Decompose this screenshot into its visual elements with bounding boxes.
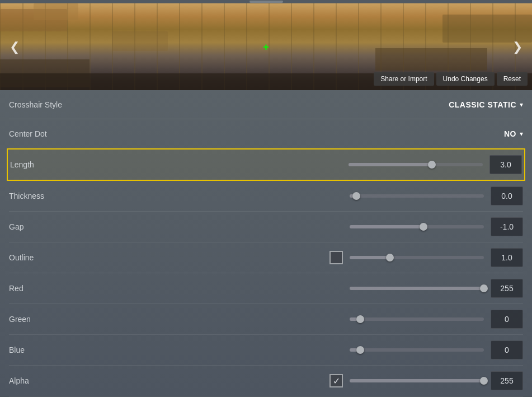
center-dot-label: Center Dot (9, 129, 87, 138)
thickness-label: Thickness (9, 192, 87, 200)
alpha-value[interactable]: 255 (491, 371, 523, 390)
blue-value[interactable]: 0 (491, 340, 523, 359)
settings-panel: Crosshair Style CLASSIC STATIC ▾ Center … (0, 90, 532, 396)
blue-slider[interactable] (350, 348, 484, 352)
center-dot-control: NO ▾ (87, 129, 523, 138)
crosshair-style-row: Crosshair Style CLASSIC STATIC ▾ (9, 90, 523, 119)
red-control: 255 (87, 279, 523, 298)
gap-label: Gap (9, 222, 87, 231)
crosshair-style-label: Crosshair Style (9, 100, 87, 109)
crosshair-style-chevron: ▾ (520, 101, 523, 109)
next-arrow[interactable]: ❯ (506, 35, 529, 59)
alpha-control: ✓ 255 (87, 371, 523, 390)
crosshair-style-control: CLASSIC STATIC ▾ (87, 100, 523, 109)
gap-slider[interactable] (350, 225, 484, 228)
green-control: 0 (87, 310, 523, 329)
center-dot-row: Center Dot NO ▾ (9, 119, 523, 148)
gap-row: Gap -1.0 (9, 212, 523, 242)
red-value[interactable]: 255 (491, 279, 523, 298)
thickness-control: 0.0 (87, 186, 523, 205)
outline-value[interactable]: 1.0 (491, 248, 523, 267)
gap-value[interactable]: -1.0 (491, 217, 523, 236)
undo-changes-button[interactable]: Undo Changes (436, 72, 495, 86)
alpha-checkbox[interactable]: ✓ (329, 374, 343, 387)
scroll-bar (249, 1, 283, 3)
green-value[interactable]: 0 (491, 310, 523, 329)
red-slider[interactable] (350, 287, 484, 290)
outline-row: Outline 1.0 (9, 242, 523, 273)
green-row: Green 0 (9, 304, 523, 335)
thickness-slider[interactable] (350, 194, 484, 198)
preview-buttons: Share or Import Undo Changes Reset (374, 72, 528, 86)
reset-button[interactable]: Reset (497, 72, 528, 86)
center-dot-value: NO (504, 129, 516, 138)
blue-control: 0 (87, 340, 523, 359)
alpha-slider[interactable] (350, 379, 484, 382)
outline-slider[interactable] (350, 256, 484, 259)
prev-arrow[interactable]: ❮ (3, 35, 26, 59)
outline-label: Outline (9, 253, 87, 262)
length-label: Length (10, 160, 88, 169)
center-dot-dropdown[interactable]: NO ▾ (504, 129, 523, 138)
length-row: Length 3.0 (7, 148, 525, 181)
crosshair-style-value: CLASSIC STATIC (449, 100, 516, 109)
alpha-checkmark: ✓ (333, 376, 340, 386)
share-import-button[interactable]: Share or Import (374, 72, 434, 86)
thickness-row: Thickness 0.0 (9, 181, 523, 212)
length-value[interactable]: 3.0 (489, 155, 522, 174)
alpha-row: Alpha ✓ 255 (9, 366, 523, 396)
outline-checkbox[interactable] (329, 251, 343, 264)
crosshair-indicator (261, 41, 272, 53)
blue-label: Blue (9, 345, 87, 354)
green-label: Green (9, 315, 87, 324)
blue-row: Blue 0 (9, 335, 523, 366)
outline-control: 1.0 (87, 248, 523, 267)
red-row: Red 255 (9, 273, 523, 304)
alpha-label: Alpha (9, 376, 87, 385)
red-label: Red (9, 284, 87, 293)
length-slider[interactable] (349, 163, 483, 166)
center-dot-chevron: ▾ (520, 130, 523, 138)
crosshair-style-dropdown[interactable]: CLASSIC STATIC ▾ (449, 100, 523, 109)
length-control: 3.0 (88, 155, 522, 174)
crosshair-preview: ❮ ❯ Share or Import Undo Changes Reset (0, 3, 532, 90)
thickness-value[interactable]: 0.0 (491, 186, 523, 205)
gap-control: -1.0 (87, 217, 523, 236)
green-slider[interactable] (350, 317, 484, 321)
